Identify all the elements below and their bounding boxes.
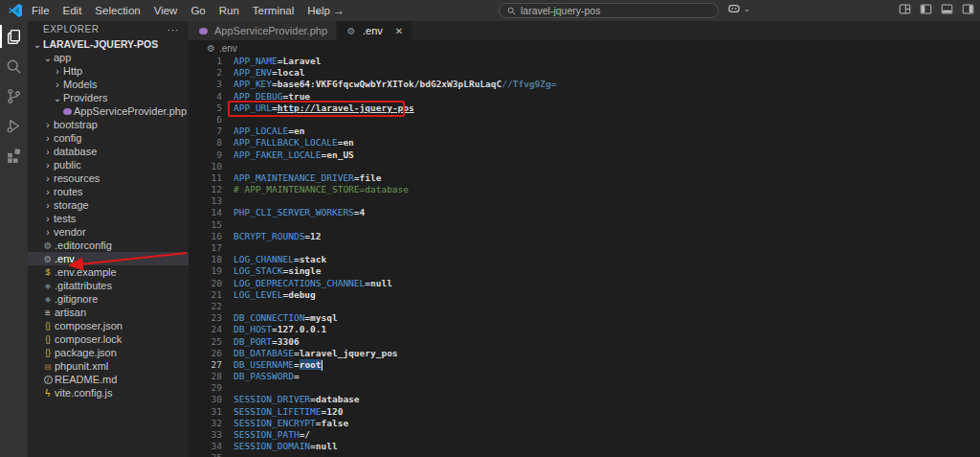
code-line[interactable]: 17 (189, 242, 980, 254)
menu-edit[interactable]: Edit (56, 5, 89, 16)
tree-item-database[interactable]: ›database (28, 145, 189, 158)
code-line[interactable]: 11APP_MAINTENANCE_DRIVER=file (189, 172, 980, 184)
code-line[interactable]: 18LOG_CHANNEL=stack (189, 254, 980, 265)
tree-item-storage[interactable]: ›storage (28, 198, 189, 212)
tab-appserviceprovider-php[interactable]: AppServiceProvider.php (189, 21, 337, 40)
breadcrumb[interactable]: ⚙ .env (189, 40, 980, 56)
code-line[interactable]: 24DB_HOST=127.0.0.1 (189, 324, 980, 335)
code-line[interactable]: 3APP_KEY=base64:VKFGfqcwQwbYrXITok/bdG2x… (189, 79, 980, 90)
toggle-primary-sidebar-icon[interactable] (920, 3, 932, 15)
tab--env[interactable]: ⚙.env✕ (337, 21, 412, 40)
line-number: 21 (189, 289, 222, 301)
tree-item-phpunit-xml[interactable]: ▤phpunit.xml (28, 359, 189, 373)
close-icon[interactable]: ✕ (395, 26, 403, 36)
line-content: LOG_DEPRECATIONS_CHANNEL=null (222, 278, 392, 289)
tree-item-composer-json[interactable]: {}composer.json (28, 319, 189, 332)
toggle-panel-icon[interactable] (941, 3, 953, 15)
text-cursor (322, 360, 323, 371)
token-key: APP_FAKER_LOCALE (234, 149, 322, 160)
tree-item-vendor[interactable]: ›vendor (28, 225, 189, 239)
tree-item-http[interactable]: ›Http (28, 64, 189, 78)
tree-item-readme-md[interactable]: iREADME.md (28, 373, 189, 386)
code-line[interactable]: 6 (189, 114, 980, 126)
code-line[interactable]: 5APP_URL=http://laravel-jquery-pos (189, 103, 980, 114)
token-key: LOG_LEVEL (234, 289, 282, 300)
code-line[interactable]: 25DB_PORT=3306 (189, 336, 980, 348)
tree-item-models[interactable]: ›Models (28, 78, 189, 91)
explorer-more-actions-icon[interactable]: ··· (167, 24, 180, 35)
tree-item-app[interactable]: ⌄app (28, 51, 189, 64)
tree-item-package-json[interactable]: {}package.json (28, 346, 189, 359)
menu-terminal[interactable]: Terminal (246, 5, 301, 16)
menu-view[interactable]: View (147, 5, 185, 16)
code-line[interactable]: 20LOG_DEPRECATIONS_CHANNEL=null (189, 278, 980, 289)
tree-item-resources[interactable]: ›resources (28, 171, 189, 185)
code-line[interactable]: 7APP_LOCALE=en (189, 126, 980, 137)
tree-item-vite-config-js[interactable]: ϟvite.config.js (28, 386, 189, 400)
chevron-right-icon: › (42, 173, 54, 184)
code-line[interactable]: 28DB_PASSWORD= (189, 371, 980, 382)
code-line[interactable]: 10 (189, 161, 980, 172)
code-line[interactable]: 9APP_FAKER_LOCALE=en_US (189, 149, 980, 161)
menu-go[interactable]: Go (184, 5, 212, 16)
command-center-search[interactable]: laravel-jquery-pos (499, 3, 719, 18)
menu-file[interactable]: File (25, 5, 56, 16)
tree-item-config[interactable]: ›config (28, 131, 189, 145)
code-line[interactable]: 22 (189, 301, 980, 312)
code-line[interactable]: 4APP_DEBUG=true (189, 91, 980, 103)
tree-item-tests[interactable]: ›tests (28, 212, 189, 225)
tree-item--editorconfig[interactable]: ⚙.editorconfig (28, 239, 189, 252)
code-line[interactable]: 30SESSION_DRIVER=database (189, 394, 980, 405)
code-line[interactable]: 32SESSION_ENCRYPT=false (189, 418, 980, 429)
info-icon: i (42, 376, 54, 384)
code-line[interactable]: 27DB_USERNAME=root (189, 359, 980, 371)
source-control-icon[interactable] (3, 84, 26, 107)
code-line[interactable]: 1APP_NAME=Laravel (189, 56, 980, 67)
code-line[interactable]: 26DB_DATABASE=laravel_jquery_pos (189, 348, 980, 359)
code-line[interactable]: 35 (189, 452, 980, 457)
code-line[interactable]: 13 (189, 195, 980, 207)
customize-layout-icon[interactable] (899, 3, 911, 15)
code-line[interactable]: 12# APP_MAINTENANCE_STORE=database (189, 184, 980, 195)
code-line[interactable]: 21LOG_LEVEL=debug (189, 289, 980, 301)
search-sidebar-icon[interactable] (3, 55, 26, 78)
code-line[interactable]: 19LOG_STACK=single (189, 265, 980, 277)
tree-item--gitattributes[interactable]: ◆.gitattributes (28, 279, 189, 292)
code-line[interactable]: 16BCRYPT_ROUNDS=12 (189, 231, 980, 242)
code-line[interactable]: 8APP_FALLBACK_LOCALE=en (189, 137, 980, 149)
extensions-icon[interactable] (3, 144, 26, 167)
run-debug-icon[interactable] (3, 114, 26, 137)
token-key: SESSION_PATH (234, 429, 300, 440)
code-line[interactable]: 23DB_CONNECTION=mysql (189, 312, 980, 324)
menu-selection[interactable]: Selection (88, 5, 146, 16)
line-content: LOG_CHANNEL=stack (222, 254, 326, 265)
tree-item-public[interactable]: ›public (28, 158, 189, 171)
code-line[interactable]: 14PHP_CLI_SERVER_WORKERS=4 (189, 207, 980, 218)
tree-item-laravel-jquery-pos[interactable]: ⌄LARAVEL-JQUERY-POS (28, 37, 189, 51)
tree-item--gitignore[interactable]: ◆.gitignore (28, 292, 189, 306)
explorer-icon[interactable] (3, 25, 26, 48)
code-line[interactable]: 29 (189, 382, 980, 394)
token-val: =en (338, 137, 354, 148)
code-line[interactable]: 15 (189, 219, 980, 231)
tree-item-composer-lock[interactable]: {}composer.lock (28, 332, 189, 346)
tree-item-bootstrap[interactable]: ›bootstrap (28, 118, 189, 131)
tree-item-providers[interactable]: ⌄Providers (28, 91, 189, 104)
tree-item--env-example[interactable]: $.env.example (28, 265, 189, 279)
tree-item--env[interactable]: ⚙.env (28, 252, 189, 265)
code-line[interactable]: 33SESSION_PATH=/ (189, 429, 980, 441)
copilot-menu[interactable]: ⌄ (727, 3, 750, 14)
token-val: =single (282, 265, 321, 276)
nav-back-button[interactable]: ← (314, 4, 325, 17)
tree-item-appserviceprovider-php[interactable]: AppServiceProvider.php (28, 104, 189, 118)
tree-item-routes[interactable]: ›routes (28, 185, 189, 198)
code-line[interactable]: 31SESSION_LIFETIME=120 (189, 406, 980, 418)
code-line[interactable]: 34SESSION_DOMAIN=null (189, 441, 980, 452)
menu-run[interactable]: Run (212, 5, 246, 16)
tree-item-artisan[interactable]: ≡artisan (28, 306, 189, 319)
toggle-secondary-sidebar-icon[interactable] (962, 3, 974, 15)
code-area[interactable]: 1APP_NAME=Laravel2APP_ENV=local3APP_KEY=… (189, 56, 980, 457)
line-content: BCRYPT_ROUNDS=12 (222, 231, 322, 242)
nav-forward-button[interactable]: → (333, 4, 345, 17)
code-line[interactable]: 2APP_ENV=local (189, 67, 980, 79)
